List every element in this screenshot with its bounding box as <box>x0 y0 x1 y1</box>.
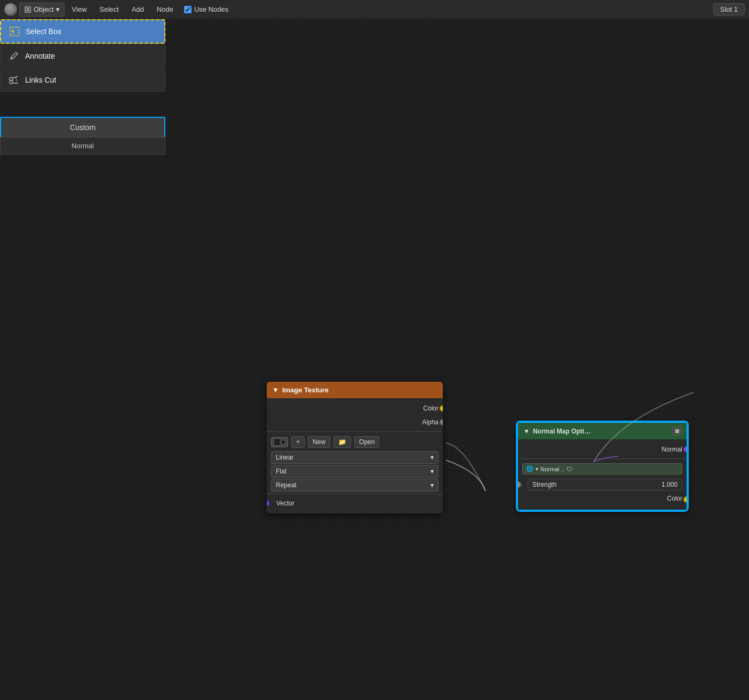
chevron-down-icon: ▾ <box>431 468 434 475</box>
custom-workspace-button[interactable]: Custom <box>0 117 165 137</box>
use-nodes-label: Use Nodes <box>194 5 228 13</box>
vector-input-socket[interactable] <box>267 500 270 506</box>
normal-output-socket[interactable] <box>683 446 688 453</box>
normal-map-body: Normal 🌐 ▾ Normal .. 🛡 Strength 1.000 <box>518 439 687 510</box>
color-output-row-nm: Color <box>518 493 687 506</box>
chevron-down-icon: ▾ <box>431 481 434 489</box>
svg-point-6 <box>10 81 13 84</box>
strength-row: Strength 1.000 <box>518 477 687 493</box>
editor-type-dropdown[interactable]: Object ▾ <box>19 3 65 17</box>
open-button[interactable]: Open <box>354 436 379 448</box>
menu-node[interactable]: Node <box>152 3 179 15</box>
svg-line-8 <box>12 83 18 84</box>
image-texture-toolbar: 🖼 ▾ + New 📁 Open <box>267 434 443 450</box>
tool-links-cut[interactable]: Links Cut <box>0 68 165 92</box>
node-image-texture: ▼ Image Texture Color Alpha 🖼 ▾ + New <box>267 382 443 513</box>
chevron-down-icon: ▾ <box>536 466 538 472</box>
slot-button[interactable]: Slot 1 <box>713 3 745 15</box>
alpha-output-socket[interactable] <box>440 419 443 425</box>
workspace-area: Custom Normal <box>0 117 165 155</box>
links-cut-icon <box>8 74 20 86</box>
menu-select[interactable]: Select <box>94 3 124 15</box>
node-options-icon[interactable]: ⊞ <box>673 427 681 435</box>
annotate-label: Annotate <box>25 52 55 60</box>
use-nodes-toggle[interactable]: Use Nodes <box>181 3 232 15</box>
left-toolbar: Select Box Annotate <box>0 19 165 130</box>
node-triangle-icon: ▼ <box>523 428 530 435</box>
alpha-output-row: Alpha <box>267 415 443 429</box>
color-output-socket-nm[interactable] <box>683 496 688 503</box>
menu-view[interactable]: View <box>67 3 92 15</box>
node-triangle-icon: ▼ <box>272 386 279 394</box>
object-icon <box>24 6 31 13</box>
chevron-down-icon: ▾ <box>56 5 60 13</box>
strength-field[interactable]: Strength 1.000 <box>528 479 682 490</box>
normal-map-selector-row: 🌐 ▾ Normal .. 🛡 <box>518 461 687 477</box>
use-nodes-checkbox[interactable] <box>184 6 192 13</box>
projection-value: Flat <box>276 468 286 475</box>
color-output-row: Color <box>267 401 443 415</box>
shield-icon: 🛡 <box>567 466 572 472</box>
alpha-output-label: Alpha <box>422 419 439 426</box>
normal-workspace-item[interactable]: Normal <box>0 137 165 155</box>
color-output-label: Color <box>423 405 439 412</box>
svg-line-7 <box>12 76 18 78</box>
normal-output-row: Normal <box>518 442 687 456</box>
new-image-button[interactable]: New <box>308 436 330 448</box>
annotate-icon <box>8 50 20 62</box>
extension-dropdown[interactable]: Repeat ▾ <box>271 479 439 492</box>
image-texture-header[interactable]: ▼ Image Texture <box>267 382 443 398</box>
globe-icon: 🌐 <box>526 465 533 472</box>
add-image-button[interactable]: + <box>291 436 305 448</box>
normal-output-label: Normal <box>662 446 682 453</box>
header-bar: Object ▾ View Select Add Node Use Nodes … <box>0 0 749 19</box>
svg-point-1 <box>9 8 12 11</box>
folder-icon[interactable]: 📁 <box>333 436 351 448</box>
strength-input-socket[interactable] <box>517 481 521 488</box>
node-canvas[interactable]: Select Box Annotate <box>0 19 749 700</box>
extension-value: Repeat <box>276 481 297 489</box>
svg-rect-3 <box>26 8 29 11</box>
editor-type-label: Object <box>34 5 54 13</box>
select-box-label: Select Box <box>26 27 61 36</box>
tool-select-box[interactable]: Select Box <box>0 19 165 44</box>
projection-dropdown[interactable]: Flat ▾ <box>271 465 439 478</box>
blender-icon[interactable] <box>4 3 17 16</box>
image-texture-title: Image Texture <box>282 386 329 394</box>
image-texture-body: Color Alpha 🖼 ▾ + New 📁 Open L <box>267 398 443 513</box>
select-box-icon <box>9 26 20 37</box>
plus-icon: + <box>296 438 300 446</box>
menu-add[interactable]: Add <box>126 3 149 15</box>
normal-map-header[interactable]: ▼ Normal Map Opti… ⊞ <box>518 423 687 439</box>
image-browse-button[interactable]: 🖼 ▾ <box>271 437 288 447</box>
tool-annotate[interactable]: Annotate <box>0 44 165 68</box>
vector-input-row: Vector <box>267 496 443 510</box>
interpolation-value: Linear <box>276 454 293 461</box>
svg-line-9 <box>16 77 17 83</box>
svg-point-5 <box>10 77 13 81</box>
normal-map-title: Normal Map Opti… <box>533 428 591 435</box>
vector-input-label: Vector <box>276 500 294 507</box>
chevron-down-icon: ▾ <box>431 454 434 461</box>
color-output-label-nm: Color <box>667 495 682 502</box>
normal-map-name: Normal .. <box>540 466 564 472</box>
interpolation-dropdown[interactable]: Linear ▾ <box>271 451 439 464</box>
strength-label: Strength <box>532 481 556 488</box>
node-normal-map: ▼ Normal Map Opti… ⊞ Normal 🌐 ▾ Normal .… <box>517 422 688 511</box>
normal-map-name-selector[interactable]: 🌐 ▾ Normal .. 🛡 <box>522 463 682 474</box>
color-output-socket[interactable] <box>440 405 443 412</box>
links-cut-label: Links Cut <box>25 76 56 84</box>
strength-value: 1.000 <box>662 481 678 488</box>
